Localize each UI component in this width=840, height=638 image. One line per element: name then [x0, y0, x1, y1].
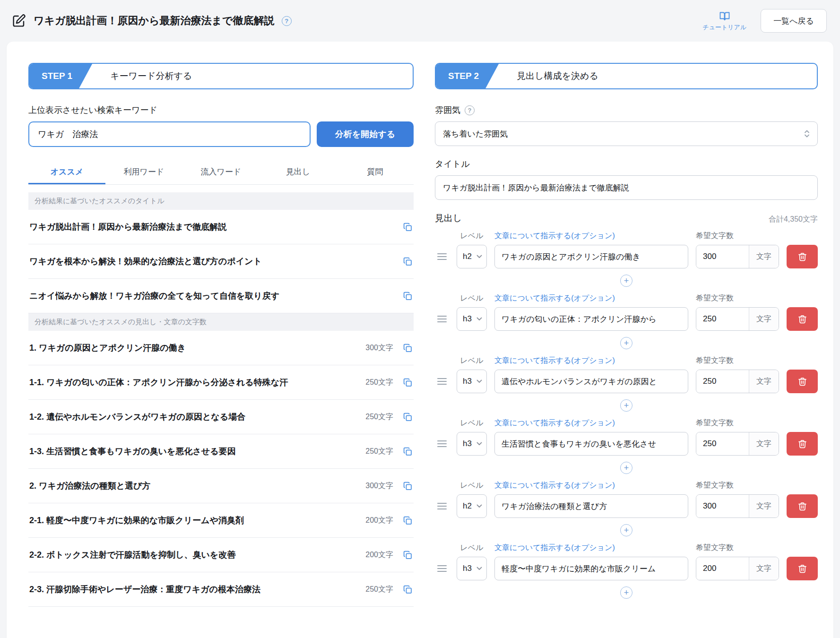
level-select[interactable]: h3 [457, 557, 487, 580]
level-select[interactable]: h3 [457, 432, 487, 456]
copy-icon[interactable] [403, 343, 413, 353]
drag-handle-icon[interactable] [435, 565, 449, 572]
level-select[interactable]: h2 [457, 494, 487, 518]
heading-suggestion-row: 2-3. 汗腺切除手術やレーザー治療：重度ワキガの根本治療法 250文字 [28, 572, 414, 607]
level-value: h2 [463, 252, 472, 261]
delete-heading-button[interactable] [787, 557, 818, 580]
copy-icon[interactable] [403, 412, 413, 422]
updown-chevron-icon [804, 129, 810, 138]
char-count-label: 希望文字数 [696, 543, 779, 553]
add-heading-button[interactable] [620, 275, 632, 287]
char-count-label: 希望文字数 [696, 231, 779, 241]
instruction-link[interactable]: 文章について指示する(オプション) [494, 418, 688, 428]
tab-inflow-words[interactable]: 流入ワード [182, 159, 260, 184]
keyword-input[interactable] [28, 121, 311, 147]
delete-heading-button[interactable] [787, 245, 818, 268]
suggestion-text: 2. ワキガ治療法の種類と選び方 [29, 480, 151, 491]
level-label: レベル [457, 231, 487, 241]
copy-icon[interactable] [403, 257, 413, 267]
edit-pencil-icon [11, 13, 26, 28]
drag-handle-icon[interactable] [435, 253, 449, 260]
instruction-link[interactable]: 文章について指示する(オプション) [494, 543, 688, 553]
tab-used-words[interactable]: 利用ワード [105, 159, 182, 184]
suggestion-text: 1. ワキガの原因とアポクリン汗腺の働き [29, 342, 186, 353]
title-help-icon[interactable] [282, 16, 292, 26]
heading-suggestion-row: 2-1. 軽度〜中度ワキガに効果的な市販クリームや消臭剤 200文字 [28, 503, 414, 538]
heading-text-input[interactable] [494, 307, 688, 331]
instruction-link[interactable]: 文章について指示する(オプション) [494, 481, 688, 491]
book-icon [719, 10, 730, 22]
char-count-input[interactable] [696, 432, 749, 455]
page-title: ワキガ脱出計画！原因から最新治療法まで徹底解説 [34, 14, 275, 28]
copy-icon[interactable] [403, 585, 413, 595]
instruction-link[interactable]: 文章について指示する(オプション) [494, 231, 688, 241]
suggestion-text: ニオイ悩みから解放！ワキガ治療の全てを知って自信を取り戻す [29, 290, 279, 302]
char-count-input[interactable] [696, 245, 749, 268]
tutorial-link[interactable]: チュートリアル [702, 10, 746, 32]
char-unit-label: 文字 [749, 557, 779, 580]
char-count-group: 文字 [696, 432, 779, 456]
char-count-input[interactable] [696, 495, 749, 517]
step2-panel: STEP 2 見出し構成を決める 雰囲気 落ち着いた雰囲気 タイトル 見出し 合… [435, 63, 818, 638]
heading-text-input[interactable] [494, 432, 688, 456]
level-select[interactable]: h3 [457, 307, 487, 331]
keyword-label: 上位表示させたい検索キーワード [28, 104, 414, 116]
drag-handle-icon[interactable] [435, 316, 449, 322]
suggestion-text: 2-2. ボトックス注射で汗腺活動を抑制し、臭いを改善 [29, 549, 235, 560]
step1-header: STEP 1 キーワード分析する [28, 63, 414, 89]
copy-icon[interactable] [403, 516, 413, 526]
copy-icon[interactable] [403, 550, 413, 560]
suggestion-text: ワキガを根本から解決！効果的な治療法と選び方のポイント [29, 256, 262, 267]
back-to-list-button[interactable]: 一覧へ戻る [761, 9, 827, 33]
char-count-input[interactable] [696, 370, 749, 393]
delete-heading-button[interactable] [787, 432, 818, 456]
drag-handle-icon[interactable] [435, 378, 449, 385]
add-heading-button[interactable] [620, 524, 632, 536]
char-count-input[interactable] [696, 557, 749, 580]
add-heading-button[interactable] [620, 337, 632, 349]
add-heading-button[interactable] [620, 399, 632, 412]
char-unit-label: 文字 [749, 495, 779, 517]
mood-help-icon[interactable] [465, 105, 475, 115]
heading-editor-row: レベル 文章について指示する(オプション) 希望文字数 h3 文字 [435, 543, 818, 580]
char-count-label: 希望文字数 [696, 418, 779, 428]
heading-text-input[interactable] [494, 557, 688, 580]
drag-handle-icon[interactable] [435, 503, 449, 509]
copy-icon[interactable] [403, 447, 413, 457]
char-count-input[interactable] [696, 308, 749, 330]
level-select[interactable]: h2 [457, 245, 487, 268]
char-count: 300文字 [365, 481, 393, 491]
tab-recommend[interactable]: オススメ [28, 159, 105, 184]
title-suggestion-row: ニオイ悩みから解放！ワキガ治療の全てを知って自信を取り戻す [28, 279, 414, 313]
char-count: 250文字 [365, 447, 393, 457]
char-count-group: 文字 [696, 307, 779, 331]
copy-icon[interactable] [403, 291, 413, 301]
char-unit-label: 文字 [749, 432, 779, 455]
mood-label-text: 雰囲気 [435, 104, 460, 116]
instruction-link[interactable]: 文章について指示する(オプション) [494, 293, 688, 303]
tab-questions[interactable]: 質問 [337, 159, 414, 184]
char-count: 200文字 [365, 550, 393, 560]
copy-icon[interactable] [403, 378, 413, 388]
heading-text-input[interactable] [494, 494, 688, 518]
add-heading-button[interactable] [620, 462, 632, 474]
mood-select[interactable]: 落ち着いた雰囲気 [435, 121, 818, 146]
copy-icon[interactable] [403, 222, 413, 232]
add-heading-button[interactable] [620, 586, 632, 599]
title-input[interactable] [435, 175, 818, 200]
delete-heading-button[interactable] [787, 307, 818, 331]
heading-text-input[interactable] [494, 370, 688, 393]
heading-editor-row: レベル 文章について指示する(オプション) 希望文字数 h3 文字 [435, 293, 818, 331]
tab-headings[interactable]: 見出し [260, 159, 337, 184]
level-select[interactable]: h3 [457, 370, 487, 393]
instruction-link[interactable]: 文章について指示する(オプション) [494, 356, 688, 366]
headings-section-bar: 分析結果に基づいたオススメの見出し・文章の文字数 [28, 313, 414, 331]
copy-icon[interactable] [403, 481, 413, 491]
analyze-button[interactable]: 分析を開始する [317, 121, 414, 147]
title-suggestion-row: ワキガ脱出計画！原因から最新治療法まで徹底解説 [28, 210, 414, 244]
delete-heading-button[interactable] [787, 370, 818, 393]
drag-handle-icon[interactable] [435, 440, 449, 447]
suggestion-text: ワキガ脱出計画！原因から最新治療法まで徹底解説 [29, 221, 226, 233]
heading-text-input[interactable] [494, 245, 688, 268]
delete-heading-button[interactable] [787, 494, 818, 518]
